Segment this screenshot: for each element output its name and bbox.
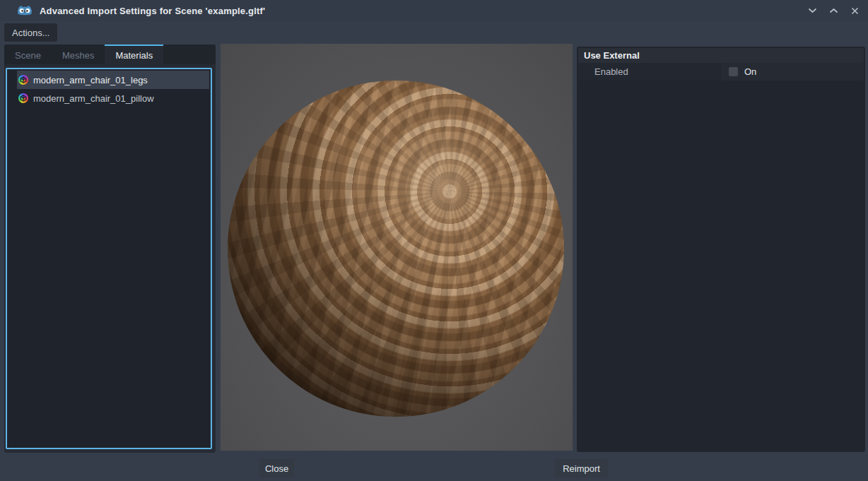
titlebar: Advanced Import Settings for Scene 'exam… xyxy=(0,0,868,21)
material-orb-icon xyxy=(18,93,28,103)
section-use-external[interactable]: Use External xyxy=(578,48,864,63)
checkbox-label: On xyxy=(744,66,756,77)
property-row-enabled: Enabled On xyxy=(578,63,864,81)
property-label: Enabled xyxy=(578,63,721,81)
advanced-import-settings-dialog: { "window": { "title": "Advanced Import … xyxy=(0,0,868,481)
material-name: modern_arm_chair_01_legs xyxy=(33,75,148,85)
menubar: Actions... xyxy=(0,21,868,44)
material-orb-icon xyxy=(18,75,28,85)
tab-meshes[interactable]: Meshes xyxy=(52,46,105,64)
tab-materials[interactable]: Materials xyxy=(105,44,163,64)
material-name: modern_arm_chair_01_pillow xyxy=(33,93,154,104)
close-x-icon[interactable] xyxy=(847,3,862,18)
checkbox-unchecked-icon[interactable] xyxy=(729,67,738,76)
preview-sphere xyxy=(228,81,564,417)
godot-logo-icon xyxy=(17,4,33,17)
material-list-item[interactable]: modern_arm_chair_01_pillow xyxy=(17,89,209,107)
reimport-button[interactable]: Reimport xyxy=(555,459,608,477)
property-value: On xyxy=(721,63,864,81)
window-controls xyxy=(804,0,862,21)
materials-tree[interactable]: modern_arm_chair_01_legs modern_arm_chai… xyxy=(6,68,212,449)
chevron-up-icon[interactable] xyxy=(826,3,841,18)
material-list-item[interactable]: modern_arm_chair_01_legs xyxy=(17,71,209,89)
left-panel: Scene Meshes Materials modern_arm_chair_… xyxy=(4,44,216,453)
chevron-down-icon[interactable] xyxy=(804,3,820,18)
material-preview-viewport[interactable] xyxy=(221,44,573,451)
tabbar: Scene Meshes Materials xyxy=(4,44,216,64)
close-button[interactable]: Close xyxy=(259,459,294,477)
window-title: Advanced Import Settings for Scene 'exam… xyxy=(40,6,265,16)
inspector-panel: Use External Enabled On xyxy=(577,47,865,452)
tab-scene[interactable]: Scene xyxy=(4,46,52,64)
actions-menu-button[interactable]: Actions... xyxy=(4,23,57,42)
